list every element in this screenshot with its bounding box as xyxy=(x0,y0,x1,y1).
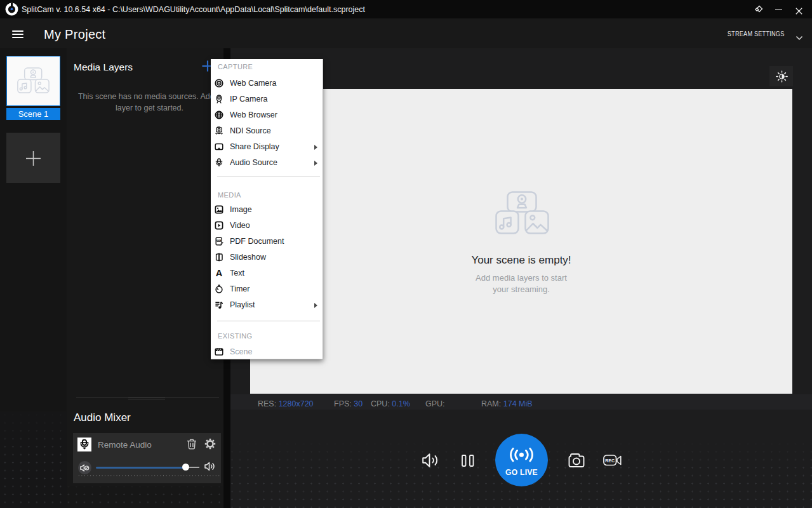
svg-text:REC: REC xyxy=(605,458,615,463)
svg-text:PDF: PDF xyxy=(217,239,221,242)
svg-text:A: A xyxy=(216,269,223,277)
